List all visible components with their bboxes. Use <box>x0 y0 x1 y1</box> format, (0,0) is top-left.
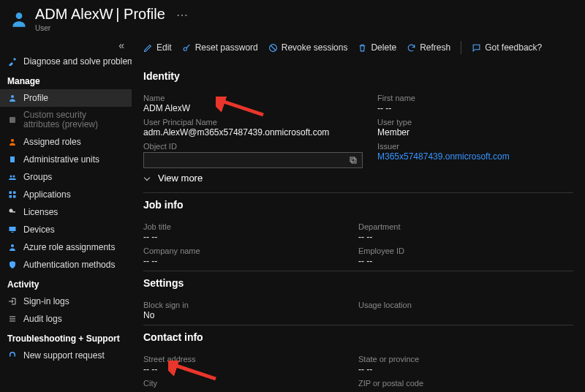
svg-rect-2 <box>10 117 15 123</box>
company-label: Company name <box>143 246 344 255</box>
section-contact-title: Contact info <box>143 331 573 343</box>
empid-value: -- -- <box>358 256 559 266</box>
sidebar-item-applications[interactable]: Applications <box>0 186 132 203</box>
jobtitle-label: Job title <box>143 222 344 231</box>
sidebar-item-auth-methods[interactable]: Authentication methods <box>0 256 132 274</box>
street-value: -- -- <box>143 364 344 374</box>
issuer-label: Issuer <box>377 142 559 151</box>
header-title-page: Profile <box>124 6 165 22</box>
sidebar-item-new-support[interactable]: New support request <box>0 347 132 364</box>
usertype-label: User type <box>377 118 559 127</box>
sidebar-item-profile[interactable]: Profile <box>0 89 132 107</box>
divider <box>143 325 573 325</box>
main-content: Edit Reset password Revoke sessions Dele… <box>132 35 585 392</box>
objectid-input[interactable] <box>143 152 363 168</box>
delete-button[interactable]: Delete <box>358 42 396 53</box>
header-title-user: ADM AlexW <box>35 6 113 22</box>
header-more-icon[interactable]: ⋯ <box>176 9 188 21</box>
person-role-icon <box>7 242 18 252</box>
revoke-sessions-button[interactable]: Revoke sessions <box>268 42 348 53</box>
objectid-label: Object ID <box>143 142 363 151</box>
zip-value: -- -- <box>358 388 559 392</box>
headset-icon <box>7 350 18 361</box>
sidebar-item-assigned-roles[interactable]: Assigned roles <box>0 133 132 151</box>
view-more-button[interactable]: View more <box>143 168 573 188</box>
sidebar-item-custom-attributes[interactable]: Custom security attributes (preview) <box>0 107 132 133</box>
svg-point-6 <box>13 176 15 178</box>
user-icon <box>9 9 29 29</box>
header-title-sep: | <box>116 6 124 22</box>
building-icon <box>7 154 18 165</box>
state-label: State or province <box>358 355 559 363</box>
svg-point-3 <box>11 139 14 142</box>
svg-point-15 <box>11 244 14 247</box>
collapse-sidebar-button[interactable]: « <box>0 38 132 53</box>
svg-rect-10 <box>13 195 16 198</box>
toolbar: Edit Reset password Revoke sessions Dele… <box>143 35 573 60</box>
svg-rect-8 <box>13 192 16 195</box>
svg-point-19 <box>184 47 186 50</box>
svg-rect-18 <box>10 321 15 322</box>
firstname-value: -- -- <box>377 103 559 113</box>
svg-point-5 <box>10 176 12 178</box>
svg-rect-12 <box>12 211 15 213</box>
issuer-value[interactable]: M365x57487439.onmicrosoft.com <box>377 151 559 162</box>
upn-value: adm.AlexW@m365x57487439.onmicrosoft.com <box>143 127 363 137</box>
person-icon <box>7 93 18 103</box>
svg-rect-16 <box>10 317 15 317</box>
feedback-button[interactable]: Got feedback? <box>472 42 542 53</box>
usage-label: Usage location <box>358 301 559 309</box>
divider <box>143 271 573 271</box>
sidebar-item-audit-logs[interactable]: Audit logs <box>0 310 132 328</box>
jobtitle-value: -- -- <box>143 232 344 242</box>
grid-icon <box>7 189 18 200</box>
section-identity-title: Identity <box>143 70 573 82</box>
tag-icon <box>7 115 18 125</box>
key-reset-icon <box>182 43 192 53</box>
sidebar-item-diagnose[interactable]: Diagnose and solve problems <box>0 53 132 70</box>
company-value: -- -- <box>143 256 344 266</box>
state-value: -- -- <box>358 364 559 374</box>
key-icon <box>7 207 18 217</box>
svg-point-0 <box>16 12 23 19</box>
sidebar-item-signin-logs[interactable]: Sign-in logs <box>0 293 132 310</box>
svg-rect-14 <box>12 232 14 233</box>
person-badge-icon <box>7 137 18 147</box>
sidebar-header-manage: Manage <box>0 70 132 89</box>
zip-label: ZIP or postal code <box>358 379 559 388</box>
copy-icon[interactable] <box>349 156 358 165</box>
page-header: ADM AlexW | Profile ⋯ User <box>0 0 585 35</box>
chevron-down-icon <box>144 174 150 180</box>
reset-password-button[interactable]: Reset password <box>182 42 258 53</box>
sidebar-header-activity: Activity <box>0 274 132 293</box>
header-subtitle: User <box>35 24 188 32</box>
block-label: Block sign in <box>143 301 344 309</box>
feedback-icon <box>472 43 481 53</box>
svg-rect-17 <box>10 319 15 320</box>
name-label: Name <box>143 94 363 102</box>
sidebar-item-devices[interactable]: Devices <box>0 221 132 238</box>
signin-icon <box>7 296 18 306</box>
svg-rect-9 <box>10 195 12 198</box>
city-label: City <box>143 379 344 388</box>
block-icon <box>268 43 278 53</box>
refresh-button[interactable]: Refresh <box>407 42 450 53</box>
sidebar-header-trouble: Troubleshooting + Support <box>0 328 132 347</box>
shield-icon <box>7 260 18 270</box>
svg-rect-13 <box>10 227 16 231</box>
sidebar-item-groups[interactable]: Groups <box>0 168 132 186</box>
sidebar-item-azure-roles[interactable]: Azure role assignments <box>0 238 132 256</box>
dept-label: Department <box>358 222 559 231</box>
dept-value: -- -- <box>358 232 559 242</box>
wrench-icon <box>7 56 18 67</box>
trash-icon <box>358 43 367 53</box>
svg-rect-21 <box>352 159 356 163</box>
usertype-value: Member <box>377 127 559 137</box>
section-jobinfo-title: Job info <box>143 199 573 211</box>
group-icon <box>7 172 18 182</box>
edit-button[interactable]: Edit <box>143 42 172 53</box>
sidebar: « Diagnose and solve problems Manage Pro… <box>0 35 132 392</box>
sidebar-item-licenses[interactable]: Licenses <box>0 203 132 221</box>
city-value: -- -- <box>143 388 344 392</box>
sidebar-item-admin-units[interactable]: Administrative units <box>0 151 132 168</box>
